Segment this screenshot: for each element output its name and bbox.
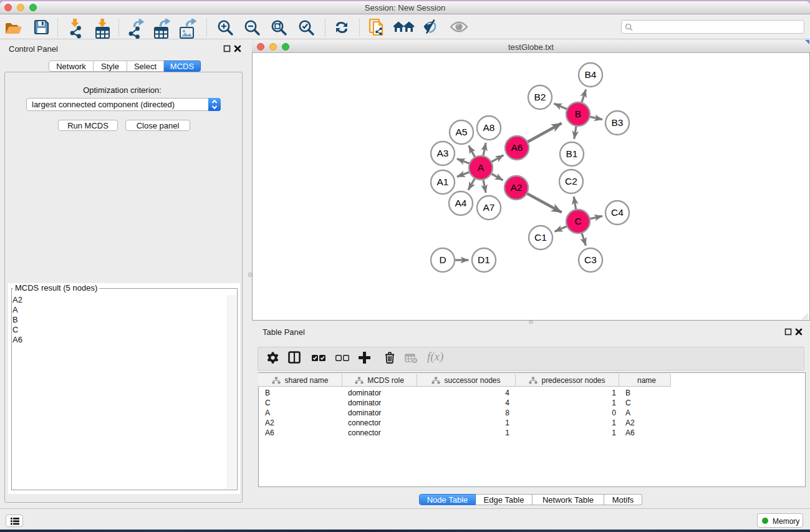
svg-text:A: A xyxy=(478,162,485,173)
svg-text:B2: B2 xyxy=(534,92,546,102)
svg-text:D1: D1 xyxy=(478,254,490,265)
svg-text:B3: B3 xyxy=(612,117,624,128)
svg-text:A4: A4 xyxy=(455,198,467,208)
svg-text:A1: A1 xyxy=(437,177,449,187)
svg-text:C: C xyxy=(574,216,581,226)
svg-text:C1: C1 xyxy=(534,232,547,243)
svg-text:A2: A2 xyxy=(511,182,523,193)
svg-text:D: D xyxy=(439,254,446,265)
svg-text:B1: B1 xyxy=(566,148,578,159)
svg-text:A8: A8 xyxy=(483,122,495,133)
svg-text:A5: A5 xyxy=(456,127,468,137)
svg-text:A3: A3 xyxy=(437,148,449,158)
svg-text:A6: A6 xyxy=(511,142,523,153)
svg-text:C3: C3 xyxy=(584,254,597,265)
svg-text:C4: C4 xyxy=(611,207,624,218)
svg-text:B: B xyxy=(575,109,581,119)
svg-text:B4: B4 xyxy=(585,69,597,80)
svg-text:A7: A7 xyxy=(483,202,495,213)
svg-text:C2: C2 xyxy=(565,176,577,186)
